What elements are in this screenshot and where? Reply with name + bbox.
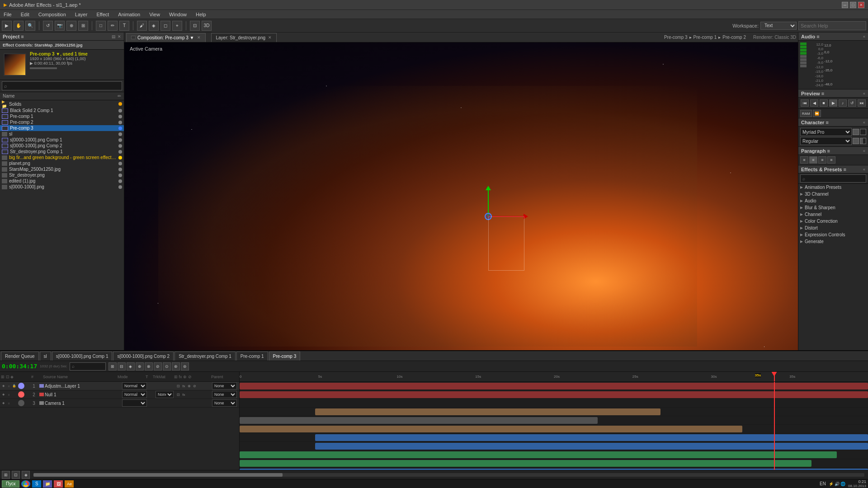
layer-row[interactable]: ◈ ○ 2 Null 1 Normal None ⊡ fx None — [0, 390, 239, 399]
font-style-swatch[interactable] — [860, 138, 866, 144]
tool-3d[interactable]: 3D — [202, 21, 212, 31]
effects-item-channel[interactable]: ▶ Channel — [798, 211, 868, 218]
menu-effect[interactable]: Effect — [94, 12, 111, 17]
tool-select[interactable]: ▶ — [2, 21, 12, 31]
preview-play-btn[interactable]: ▶ — [829, 99, 837, 107]
preview-stop-btn[interactable]: ■ — [820, 99, 828, 107]
preview-audio-btn[interactable]: ♪ — [839, 99, 847, 107]
start-button[interactable]: Пуск — [2, 480, 19, 488]
timeline-scrollbar[interactable] — [33, 473, 864, 477]
breadcrumb-item[interactable]: Pre-comp 1 — [693, 35, 717, 40]
list-item[interactable]: s[0000-1000].png Comp 1 — [0, 137, 124, 143]
menu-animation[interactable]: Animation — [116, 12, 142, 17]
switch-icon[interactable]: ⊡ — [176, 384, 181, 389]
breadcrumb-item[interactable]: Pre-comp 2 — [722, 35, 746, 40]
breadcrumb-item[interactable]: Pre-comp 3 — [664, 35, 688, 40]
preview-expand[interactable]: « — [863, 91, 865, 96]
tl-btn-4[interactable]: ⊕ — [136, 362, 144, 371]
tl-btn-6[interactable]: ⊘ — [154, 362, 162, 371]
menu-file[interactable]: File — [2, 12, 14, 17]
list-item[interactable]: s[0000-1000].png — [0, 184, 124, 190]
layer-row[interactable]: ◈ ○ 🔒 1 Adjustm...Layer 1 Normal ⊡ fx ⊕ — [0, 382, 239, 390]
tl-tab-comp1[interactable]: s[0000-1000].png Comp 1 — [52, 352, 113, 361]
tool-pen[interactable]: ✏ — [108, 21, 118, 31]
tab-close[interactable]: ✕ — [268, 35, 272, 40]
project-search-input[interactable] — [2, 81, 122, 90]
tl-tab-comp2[interactable]: s[0000-1000].png Comp 2 — [113, 352, 174, 361]
menu-layer[interactable]: Layer — [73, 12, 90, 17]
layer-parent[interactable]: None — [212, 399, 239, 407]
character-expand[interactable]: « — [863, 120, 865, 125]
motion-blur-icon[interactable]: ⊕ — [187, 384, 192, 389]
tool-hand[interactable]: ✋ — [14, 21, 24, 31]
project-panel-expand[interactable]: ✕ — [118, 34, 121, 39]
tool-brush[interactable]: 🖌 — [137, 21, 147, 31]
menu-composition[interactable]: Composition — [37, 12, 68, 17]
close-button[interactable]: ✕ — [858, 2, 864, 8]
tl-btn-5[interactable]: ⊗ — [145, 362, 153, 371]
list-item[interactable]: big fir...and green background - green s… — [0, 155, 124, 160]
preview-back-btn[interactable]: ◀ — [810, 99, 818, 107]
switch-icon[interactable]: ⊡ — [176, 392, 181, 397]
taskbar-img-icon[interactable]: 🖼 — [54, 480, 63, 488]
effects-item-distort[interactable]: ▶ Distort — [798, 225, 868, 231]
vis-dot[interactable] — [18, 391, 24, 398]
list-item[interactable]: StarsMap_2500x1250.jpg — [0, 166, 124, 172]
tab-close[interactable]: ✕ — [197, 35, 201, 40]
vis-dot[interactable] — [18, 400, 24, 406]
font-color[interactable] — [853, 129, 859, 135]
tool-zoom[interactable]: 🔍 — [25, 21, 35, 31]
audio-expand[interactable]: « — [863, 34, 865, 39]
tl-btn-3[interactable]: ◈ — [127, 362, 135, 371]
preview-skip-btn[interactable]: ⏩ — [813, 110, 821, 117]
align-justify[interactable]: ≡ — [827, 156, 835, 164]
effects-item-audio[interactable]: ▶ Audio — [798, 197, 868, 204]
layer-parent[interactable]: None — [212, 382, 239, 389]
list-item[interactable]: Black Solid 2 Comp 1 — [0, 108, 124, 113]
layer-mode[interactable] — [122, 399, 149, 407]
shy-icon[interactable]: ◈ — [1, 392, 6, 397]
preview-first-btn[interactable]: ⏮ — [801, 99, 809, 107]
layer-mode[interactable]: Normal — [122, 382, 149, 389]
layer-row[interactable]: ◈ ○ 3 Camera 1 None — [0, 399, 239, 408]
workspace-select[interactable]: Text — [760, 22, 797, 30]
tl-bottom-btn3[interactable]: ◈ — [22, 471, 30, 479]
layer-parent[interactable]: None — [212, 391, 239, 398]
font-select[interactable]: Myriad Pro — [800, 128, 852, 136]
shy-icon[interactable]: ◈ — [1, 401, 6, 406]
comp-tab-precomp3[interactable]: Composition: Pre-comp 3 ▼ ✕ — [126, 33, 206, 42]
taskbar-folder-icon[interactable]: 📁 — [43, 480, 52, 488]
font-color2[interactable] — [853, 138, 859, 144]
taskbar-ae-icon[interactable]: Ae — [65, 480, 74, 488]
align-left[interactable]: ≡ — [800, 156, 808, 164]
tool-stamp[interactable]: ◈ — [149, 21, 159, 31]
tl-btn-7[interactable]: ⊙ — [163, 362, 171, 371]
tl-btn-8[interactable]: ⊛ — [172, 362, 180, 371]
preview-last-btn[interactable]: ⏭ — [858, 99, 866, 107]
menu-view[interactable]: View — [147, 12, 162, 17]
tool-rect[interactable]: □ — [96, 21, 106, 31]
tool-eraser[interactable]: ◻ — [160, 21, 170, 31]
tl-bottom-btn1[interactable]: ⊞ — [2, 471, 10, 479]
layer-mode[interactable]: Normal — [122, 391, 149, 398]
menu-help[interactable]: Help — [194, 12, 208, 17]
list-item[interactable]: ▶📁 Solids — [0, 100, 124, 108]
tool-camera[interactable]: 📷 — [55, 21, 65, 31]
list-item[interactable]: planet.png — [0, 160, 124, 166]
paragraph-expand[interactable]: « — [863, 149, 865, 153]
list-item[interactable]: edited (1).jpg — [0, 178, 124, 184]
lock-icon[interactable]: 🔒 — [12, 384, 17, 389]
list-item[interactable]: sl — [0, 131, 124, 137]
list-item[interactable]: Pre-comp 2 — [0, 119, 124, 125]
taskbar-chrome-icon[interactable] — [21, 480, 30, 488]
tool-puppet[interactable]: ⌖ — [172, 21, 182, 31]
solo-icon[interactable]: ○ — [6, 392, 11, 397]
list-item[interactable]: s[0000-1000].png Comp 2 — [0, 143, 124, 149]
taskbar-skype-icon[interactable]: S — [32, 480, 41, 488]
tl-tab-sl[interactable]: sl — [40, 352, 51, 361]
preview-loop-btn[interactable]: ↺ — [848, 99, 856, 107]
comp-tab-layer[interactable]: Layer: Str_destroyer.png ✕ — [211, 33, 277, 42]
tl-btn-2[interactable]: ⊟ — [118, 362, 126, 371]
tl-tab-render[interactable]: Render Queue — [1, 352, 39, 361]
style-select[interactable]: Regular — [800, 137, 852, 145]
